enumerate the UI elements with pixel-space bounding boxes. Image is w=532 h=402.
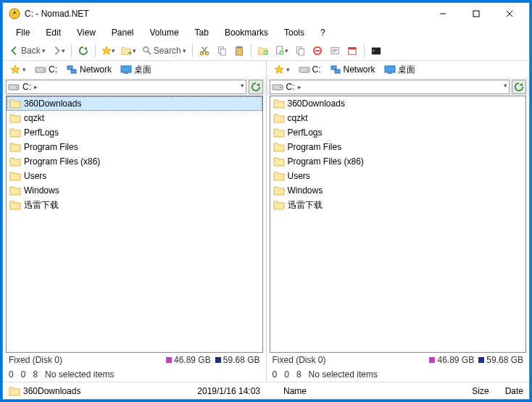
column-name: Name: [283, 386, 467, 396]
list-item[interactable]: Users: [270, 169, 526, 183]
item-label: Windows: [288, 185, 323, 196]
calendar-button[interactable]: [344, 43, 360, 59]
back-button[interactable]: Back▾: [7, 43, 48, 59]
paste-icon: [234, 46, 244, 56]
folder-icon: [273, 127, 285, 138]
right-desktop[interactable]: 桌面: [381, 63, 418, 77]
right-drive-c[interactable]: C:: [296, 64, 324, 75]
list-item[interactable]: 迅雷下载: [270, 198, 526, 212]
right-path-input[interactable]: C: ▸ ▾: [270, 80, 510, 94]
menu-tools[interactable]: Tools: [277, 26, 312, 39]
terminal-button[interactable]: [368, 43, 384, 59]
copy-icon: [217, 46, 227, 56]
svg-rect-24: [473, 11, 479, 17]
menu-view[interactable]: View: [70, 26, 103, 39]
item-label: Program Files: [24, 142, 78, 152]
list-item[interactable]: Program Files: [7, 140, 262, 154]
goto-button[interactable]: ▾: [119, 43, 138, 59]
item-label: 迅雷下载: [24, 199, 59, 212]
left-refresh-button[interactable]: [249, 80, 263, 94]
list-item[interactable]: Windows: [7, 183, 262, 198]
left-pathbar: C: ▸ ▾: [3, 78, 266, 96]
menu-help[interactable]: ?: [313, 26, 333, 39]
item-label: Users: [24, 171, 46, 181]
menu-tab[interactable]: Tab: [188, 26, 216, 39]
left-pane: ▾ C: Network 桌面 C: ▸ ▾ 360Downloadscqzkt…: [3, 61, 267, 382]
left-drive-c[interactable]: C:: [32, 64, 60, 75]
column-size: Size: [472, 386, 489, 396]
copy-to-button[interactable]: [292, 43, 308, 59]
search-button[interactable]: Search▾: [140, 43, 188, 59]
forward-button[interactable]: ▾: [49, 43, 67, 59]
folder-icon: [273, 185, 285, 196]
menu-volume[interactable]: Volume: [143, 26, 186, 39]
window-title: C: - Nomad.NET: [25, 9, 426, 19]
refresh-button[interactable]: [75, 43, 91, 59]
right-file-list[interactable]: 360DownloadscqzktPerfLogsProgram FilesPr…: [270, 96, 527, 353]
maximize-button[interactable]: [460, 3, 493, 25]
left-statusbar: Fixed (Disk 0) 46.89 GB 59.68 GB: [3, 353, 266, 367]
list-item[interactable]: PerfLogs: [7, 125, 262, 140]
left-path-input[interactable]: C: ▸ ▾: [6, 80, 246, 94]
paste-button[interactable]: [231, 43, 247, 59]
network-icon: [330, 64, 341, 75]
drive-icon: [35, 65, 46, 74]
cut-button[interactable]: [196, 43, 212, 59]
arrow-right-icon: [51, 46, 62, 56]
free-space-icon: [166, 357, 172, 363]
dual-pane: ▾ C: Network 桌面 C: ▸ ▾ 360Downloadscqzkt…: [3, 61, 529, 382]
properties-button[interactable]: [327, 43, 343, 59]
terminal-icon: [371, 46, 381, 56]
list-item[interactable]: cqzkt: [270, 111, 526, 125]
list-item[interactable]: Program Files (x86): [270, 154, 526, 169]
left-drivebar: ▾ C: Network 桌面: [3, 61, 266, 78]
folder-icon: [9, 386, 20, 396]
list-item[interactable]: 360Downloads: [7, 96, 262, 111]
folder-icon: [9, 156, 21, 167]
folder-icon: [9, 185, 21, 196]
new-folder-button[interactable]: [255, 43, 271, 59]
network-icon: [66, 64, 78, 75]
star-icon: [101, 46, 112, 56]
list-item[interactable]: Windows: [270, 183, 526, 198]
new-folder-icon: [258, 46, 268, 56]
menu-bookmarks[interactable]: Bookmarks: [217, 26, 275, 39]
copy-button[interactable]: [214, 43, 230, 59]
left-desktop[interactable]: 桌面: [117, 63, 154, 77]
item-label: Program Files (x86): [288, 156, 364, 167]
folder-icon: [9, 171, 21, 181]
minimize-button[interactable]: [426, 3, 460, 25]
properties-icon: [330, 46, 340, 56]
titlebar[interactable]: C: - Nomad.NET: [3, 3, 529, 25]
list-item[interactable]: Program Files: [270, 140, 526, 154]
selected-date: 2019/1/16 14:03: [197, 386, 260, 396]
path-dropdown-icon[interactable]: ▾: [241, 82, 244, 89]
close-button[interactable]: [493, 3, 526, 25]
left-star-button[interactable]: ▾: [7, 64, 29, 75]
item-label: 360Downloads: [24, 99, 81, 109]
list-item[interactable]: 迅雷下载: [7, 198, 262, 212]
menu-file[interactable]: File: [9, 26, 37, 39]
list-item[interactable]: cqzkt: [7, 111, 262, 125]
app-window: C: - Nomad.NET File Edit View Panel Volu…: [2, 2, 530, 400]
right-star-button[interactable]: ▾: [271, 64, 293, 75]
left-file-list[interactable]: 360DownloadscqzktPerfLogsProgram FilesPr…: [6, 96, 263, 353]
list-item[interactable]: Program Files (x86): [7, 154, 262, 169]
new-file-button[interactable]: ▾: [273, 43, 291, 59]
menu-panel[interactable]: Panel: [104, 26, 141, 39]
list-item[interactable]: PerfLogs: [270, 125, 526, 140]
item-label: cqzkt: [24, 113, 44, 123]
dropdown-icon: ▾: [42, 47, 46, 54]
right-selection-bar: 0 0 8 No selected items: [267, 367, 530, 382]
left-network[interactable]: Network: [63, 64, 115, 75]
favorites-button[interactable]: ▾: [99, 43, 117, 59]
list-item[interactable]: Users: [7, 169, 262, 183]
right-refresh-button[interactable]: [512, 80, 526, 94]
folder-icon: [9, 127, 21, 138]
menu-edit[interactable]: Edit: [38, 26, 68, 39]
calendar-icon: [347, 46, 357, 56]
list-item[interactable]: 360Downloads: [270, 96, 526, 111]
right-network[interactable]: Network: [327, 64, 378, 75]
delete-button[interactable]: [309, 43, 325, 59]
path-dropdown-icon[interactable]: ▾: [504, 82, 507, 89]
